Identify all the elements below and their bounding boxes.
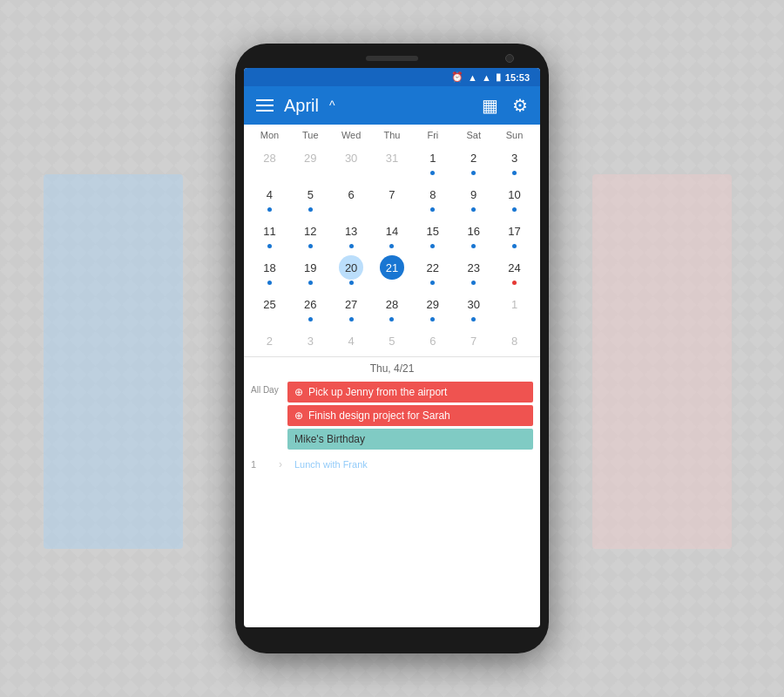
time-row-1: 1 › Lunch with Frank: [251, 457, 533, 472]
calendar-day[interactable]: 3: [290, 325, 331, 356]
hamburger-menu-icon[interactable]: [256, 99, 274, 112]
calendar-day[interactable]: 19: [290, 252, 331, 288]
event-finish-design[interactable]: ⊕ Finish design project for Sarah: [287, 405, 533, 426]
toolbar-left: April ^: [256, 96, 335, 116]
calendar-day[interactable]: 22: [412, 252, 453, 288]
phone-speaker: [366, 56, 418, 61]
calendar-day[interactable]: 14: [372, 215, 413, 252]
calendar-view-icon[interactable]: ▦: [482, 95, 498, 116]
event-icon-1: ⊕: [294, 386, 303, 398]
calendar-day[interactable]: 4: [249, 179, 290, 215]
calendar-day[interactable]: 5: [290, 179, 331, 215]
calendar-day[interactable]: 5: [372, 325, 413, 356]
event-label-3: Mike's Birthday: [294, 433, 365, 445]
calendar-day[interactable]: 27: [331, 288, 372, 325]
calendar-day[interactable]: 2: [453, 142, 494, 179]
calendar-week-3: 11 12 13 14 15 16 17: [249, 215, 535, 252]
chevron-right-icon: ›: [279, 458, 282, 470]
day-header-thu: Thu: [372, 130, 413, 140]
calendar-day[interactable]: 29: [290, 142, 331, 179]
status-bar: ⏰ ▲ ▲ ▮ 15:53: [244, 68, 540, 86]
calendar-week-2: 4 5 6 7 8 9 10: [249, 179, 535, 215]
calendar-day[interactable]: 12: [290, 215, 331, 252]
phone-camera: [505, 54, 514, 63]
wifi-icon: ▲: [468, 72, 477, 83]
chevron-up-icon[interactable]: ^: [329, 98, 335, 112]
calendar-day[interactable]: 8: [412, 179, 453, 215]
calendar-day-today[interactable]: 21: [372, 252, 413, 288]
calendar-week-5: 25 26 27 28 29 30 1: [249, 288, 535, 325]
calendar-day[interactable]: 18: [249, 252, 290, 288]
calendar-day[interactable]: 1: [412, 142, 453, 179]
calendar-day[interactable]: 15: [412, 215, 453, 252]
signal-icon: ▲: [482, 72, 491, 83]
calendar-day[interactable]: 7: [372, 179, 413, 215]
calendar-day[interactable]: 16: [453, 215, 494, 252]
calendar-weeks: 28 29 30 31 1 2 3 4 5 6 7 8 9 10: [249, 142, 535, 356]
calendar-day[interactable]: 28: [249, 142, 290, 179]
phone-screen: ⏰ ▲ ▲ ▮ 15:53 April ^ ▦ ⚙: [244, 68, 540, 627]
battery-icon: ▮: [496, 71, 501, 83]
time-events: 1 › Lunch with Frank: [244, 453, 540, 476]
toolbar-right: ▦ ⚙: [482, 95, 528, 116]
calendar-day[interactable]: 10: [494, 179, 535, 215]
time-event-label-1[interactable]: Lunch with Frank: [289, 457, 373, 472]
alarm-icon: ⏰: [451, 71, 463, 83]
calendar-day[interactable]: 3: [494, 142, 535, 179]
calendar-week-4: 18 19 20 21 22 23 24: [249, 252, 535, 288]
calendar-day[interactable]: 29: [412, 288, 453, 325]
time-label-1: 1: [251, 459, 272, 470]
shadow-right: [592, 174, 732, 549]
app-toolbar: April ^ ▦ ⚙: [244, 86, 540, 125]
day-header-wed: Wed: [331, 130, 372, 140]
calendar-day[interactable]: 17: [494, 215, 535, 252]
calendar-week-1: 28 29 30 31 1 2 3: [249, 142, 535, 179]
day-header-mon: Mon: [249, 130, 290, 140]
event-birthday[interactable]: Mike's Birthday: [287, 429, 533, 450]
calendar-day[interactable]: 4: [331, 325, 372, 356]
date-divider: Thu, 4/21: [244, 356, 540, 378]
calendar-day[interactable]: 30: [453, 288, 494, 325]
calendar-day[interactable]: 1: [494, 288, 535, 325]
shadow-left: [44, 174, 183, 549]
calendar-day[interactable]: 8: [494, 325, 535, 356]
day-headers: Mon Tue Wed Thu Fri Sat Sun: [249, 125, 535, 142]
all-day-label: All Day: [251, 382, 282, 395]
calendar-day[interactable]: 2: [249, 325, 290, 356]
calendar-day[interactable]: 26: [290, 288, 331, 325]
day-header-sat: Sat: [453, 130, 494, 140]
calendar-day-20[interactable]: 20: [331, 252, 372, 288]
calendar-day[interactable]: 13: [331, 215, 372, 252]
event-icon-2: ⊕: [294, 409, 303, 422]
day-header-fri: Fri: [412, 130, 453, 140]
event-pickup-jenny[interactable]: ⊕ Pick up Jenny from the airport: [287, 382, 533, 403]
calendar-week-6: 2 3 4 5 6 7 8: [249, 325, 535, 356]
phone-top-bar: [244, 56, 540, 68]
calendar-day[interactable]: 30: [331, 142, 372, 179]
month-title: April: [284, 96, 319, 116]
all-day-row: All Day ⊕ Pick up Jenny from the airport…: [244, 378, 540, 453]
calendar-day[interactable]: 31: [372, 142, 413, 179]
calendar-day[interactable]: 28: [372, 288, 413, 325]
calendar-day[interactable]: 25: [249, 288, 290, 325]
all-day-events: ⊕ Pick up Jenny from the airport ⊕ Finis…: [287, 382, 533, 450]
calendar-grid: Mon Tue Wed Thu Fri Sat Sun 28 29 30 31 …: [244, 125, 540, 356]
settings-icon[interactable]: ⚙: [512, 95, 528, 116]
calendar-day[interactable]: 23: [453, 252, 494, 288]
event-label-2: Finish design project for Sarah: [308, 409, 450, 422]
event-label-1: Pick up Jenny from the airport: [308, 386, 447, 398]
events-section: All Day ⊕ Pick up Jenny from the airport…: [244, 378, 540, 627]
day-header-sun: Sun: [494, 130, 535, 140]
calendar-day[interactable]: 11: [249, 215, 290, 252]
calendar-day[interactable]: 7: [453, 325, 494, 356]
calendar-day[interactable]: 6: [331, 179, 372, 215]
calendar-day[interactable]: 6: [412, 325, 453, 356]
calendar-day[interactable]: 9: [453, 179, 494, 215]
phone-shell: ⏰ ▲ ▲ ▮ 15:53 April ^ ▦ ⚙: [235, 44, 549, 653]
clock-display: 15:53: [505, 72, 530, 83]
day-header-tue: Tue: [290, 130, 331, 140]
calendar-day[interactable]: 24: [494, 252, 535, 288]
status-icons: ⏰ ▲ ▲ ▮ 15:53: [451, 71, 530, 83]
